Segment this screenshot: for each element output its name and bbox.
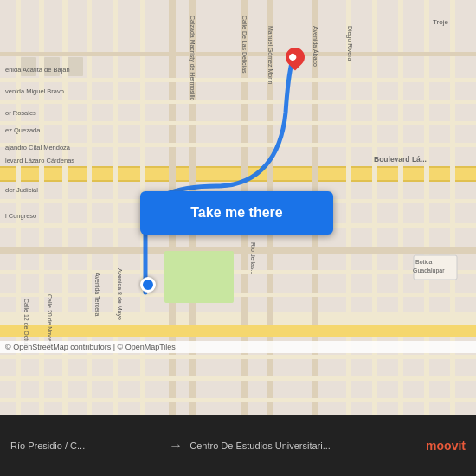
- svg-rect-31: [0, 293, 476, 297]
- svg-text:Diego Rivera: Diego Rivera: [346, 26, 353, 61]
- origin-pin: [140, 277, 156, 293]
- svg-text:Río de las...: Río de las...: [250, 242, 256, 274]
- moovit-brand-text: moovit: [426, 439, 466, 453]
- svg-text:Boulevard Lá...: Boulevard Lá...: [374, 155, 427, 164]
- svg-rect-29: [0, 247, 476, 254]
- svg-text:Calzada Macristy de Hermosillo: Calzada Macristy de Hermosillo: [189, 16, 196, 101]
- svg-rect-32: [0, 325, 476, 337]
- svg-text:levard Lázaro Cárdenas: levard Lázaro Cárdenas: [5, 157, 74, 164]
- svg-rect-10: [113, 0, 118, 415]
- svg-rect-30: [0, 270, 476, 274]
- route-from-label: Río Presidio / C...: [10, 441, 162, 451]
- moovit-logo: moovit: [426, 439, 466, 453]
- route-to-label: Centro De Estudios Universitari...: [190, 441, 417, 451]
- svg-text:venida Miguel Bravo: venida Miguel Bravo: [5, 87, 64, 95]
- destination-pin: [286, 48, 305, 72]
- bottom-navigation-bar: Río Presidio / C... → Centro De Estudios…: [0, 415, 476, 476]
- svg-rect-26: [0, 143, 476, 147]
- svg-text:der Judicial: der Judicial: [5, 186, 38, 194]
- svg-rect-6: [16, 0, 21, 415]
- svg-text:Manuel Gómez Morín: Manuel Gómez Morín: [267, 26, 273, 84]
- svg-text:Avenida 8 de Mayo: Avenida 8 de Mayo: [116, 268, 123, 320]
- svg-text:Botica: Botica: [415, 259, 433, 265]
- svg-text:enida Acatita de Bajàn: enida Acatita de Bajàn: [5, 66, 70, 74]
- svg-text:ez Quezada: ez Quezada: [5, 126, 41, 134]
- svg-rect-39: [68, 57, 83, 76]
- svg-rect-22: [0, 52, 476, 56]
- svg-text:ajandro Cital Mendoza: ajandro Cital Mendoza: [5, 144, 71, 151]
- svg-rect-20: [424, 0, 429, 415]
- route-arrow-icon: →: [169, 438, 183, 453]
- svg-text:l Congreso: l Congreso: [5, 212, 36, 220]
- svg-rect-2: [0, 166, 476, 168]
- svg-rect-19: [398, 0, 403, 415]
- svg-rect-21: [450, 0, 455, 415]
- svg-rect-17: [346, 0, 351, 415]
- svg-rect-25: [0, 121, 476, 125]
- svg-rect-23: [0, 78, 476, 82]
- svg-rect-24: [0, 100, 476, 104]
- svg-rect-34: [0, 376, 476, 381]
- map-attribution: © OpenStreetMap contributors | © OpenMap…: [0, 341, 476, 353]
- svg-rect-9: [87, 0, 92, 415]
- svg-rect-1: [0, 166, 476, 182]
- svg-text:Troje: Troje: [433, 18, 448, 26]
- svg-rect-8: [62, 0, 68, 415]
- svg-rect-18: [372, 0, 377, 415]
- svg-text:Avenida Tercera: Avenida Tercera: [94, 273, 100, 316]
- svg-text:Guadalupar: Guadalupar: [413, 267, 445, 274]
- map-view: enida Acatita de Bajàn venida Miguel Bra…: [0, 0, 476, 415]
- svg-text:Avenida Ábaco: Avenida Ábaco: [312, 26, 319, 67]
- svg-text:or Rosales: or Rosales: [5, 109, 36, 117]
- svg-rect-35: [0, 398, 476, 402]
- svg-rect-7: [39, 0, 44, 415]
- svg-rect-33: [0, 355, 476, 359]
- svg-rect-36: [164, 251, 234, 303]
- svg-text:Calle De Las Delicias: Calle De Las Delicias: [241, 16, 248, 74]
- take-me-there-button[interactable]: Take me there: [140, 191, 333, 235]
